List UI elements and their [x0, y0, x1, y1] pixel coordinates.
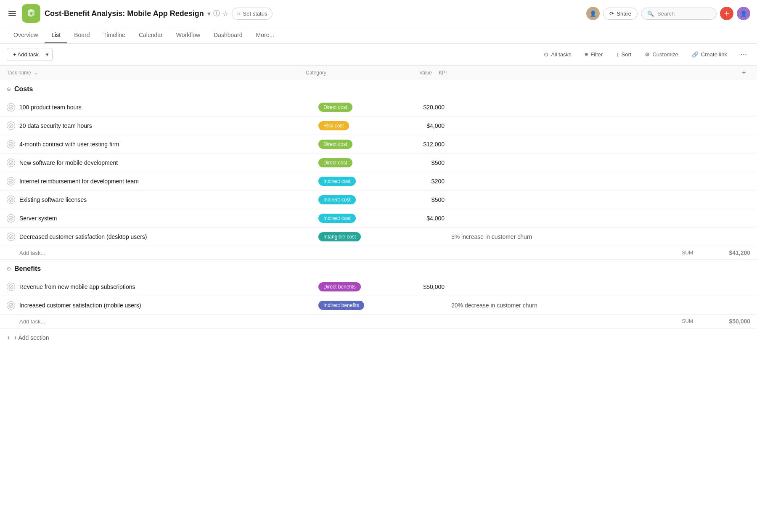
- task-name: 4-month contract with user testing firm: [19, 141, 318, 148]
- task-checkbox[interactable]: [7, 177, 15, 185]
- task-kpi: 20% decrease in customer churn: [445, 302, 750, 309]
- main-content: ⊖ Costs 100 product team hours Direct co…: [0, 80, 757, 328]
- add-task-inline-label: Add task...: [19, 250, 45, 256]
- top-bar: Cost-Benefit Analysis: Mobile App Redesi…: [0, 0, 757, 27]
- set-status-button[interactable]: ○ Set status: [232, 8, 273, 20]
- app-icon: [22, 4, 40, 23]
- task-category: Indirect cost: [318, 214, 394, 223]
- task-name: Server system: [19, 215, 318, 222]
- toolbar: + Add task ▾ ⊙ All tasks ≡ Filter ↕ Sort…: [0, 44, 757, 66]
- nav-tab-dashboard[interactable]: Dashboard: [207, 27, 249, 43]
- category-badge: Direct cost: [318, 140, 352, 149]
- avatar-user2: 👤: [737, 7, 750, 20]
- task-checkbox[interactable]: [7, 140, 15, 148]
- create-link-button[interactable]: 🔗 Create link: [688, 49, 731, 60]
- task-row: Decreased customer satisfaction (desktop…: [0, 228, 757, 246]
- nav-tab-workflow[interactable]: Workflow: [169, 27, 207, 43]
- section-benefits[interactable]: ⊖ Benefits: [0, 260, 757, 278]
- more-options-button[interactable]: ···: [737, 48, 750, 61]
- task-name: Decreased customer satisfaction (desktop…: [19, 233, 318, 240]
- star-icon[interactable]: ☆: [222, 10, 228, 18]
- add-column-button[interactable]: +: [738, 69, 750, 77]
- task-checkbox[interactable]: [7, 103, 15, 111]
- task-row: Existing software licenses Indirect cost…: [0, 191, 757, 209]
- task-category: Intangible cost: [318, 232, 394, 241]
- col-header-category: Category: [306, 70, 381, 76]
- customize-button[interactable]: ⚙ Customize: [641, 49, 681, 60]
- task-row: Revenue from new mobile app subscription…: [0, 278, 757, 296]
- sort-button[interactable]: ↕ Sort: [613, 49, 635, 60]
- task-name: Existing software licenses: [19, 196, 318, 203]
- task-checkbox[interactable]: [7, 301, 15, 310]
- info-icon[interactable]: ⓘ: [213, 9, 220, 18]
- task-row: 4-month contract with user testing firm …: [0, 135, 757, 154]
- task-row: New software for mobile development Dire…: [0, 154, 757, 172]
- avatar-user1: 👤: [586, 7, 600, 20]
- add-task-inline[interactable]: Add task... SUM $50,000: [0, 315, 757, 328]
- title-area: Cost-Benefit Analysis: Mobile App Redesi…: [45, 8, 582, 20]
- category-badge: Indirect cost: [318, 195, 356, 204]
- task-value: $12,000: [394, 141, 445, 148]
- add-section-icon: +: [7, 334, 10, 341]
- task-kpi: 5% increase in customer churn: [445, 233, 750, 240]
- task-checkbox[interactable]: [7, 214, 15, 222]
- task-value: $500: [394, 159, 445, 166]
- task-row: 100 product team hours Direct cost $20,0…: [0, 98, 757, 116]
- chevron-down-icon[interactable]: ▾: [207, 10, 211, 18]
- add-task-inline[interactable]: Add task... SUM $41,200: [0, 246, 757, 259]
- category-badge: Indirect benefits: [318, 301, 364, 310]
- nav-tab-board[interactable]: Board: [67, 27, 96, 43]
- col-header-kpi: KPI: [432, 70, 738, 76]
- filter-icon: ≡: [585, 51, 588, 58]
- add-new-button[interactable]: +: [720, 7, 733, 20]
- circle-icon: ○: [237, 11, 241, 17]
- table-header: Task name ⌄ Category Value KPI +: [0, 66, 757, 80]
- col-header-value: Value: [381, 70, 432, 76]
- category-badge: Direct cost: [318, 158, 352, 167]
- filter-button[interactable]: ≡ Filter: [582, 49, 606, 60]
- link-icon: 🔗: [692, 51, 699, 58]
- task-category: Indirect cost: [318, 195, 394, 204]
- svg-point-0: [30, 12, 32, 15]
- add-task-button[interactable]: + Add task: [7, 48, 45, 61]
- nav-tab-calendar[interactable]: Calendar: [132, 27, 169, 43]
- task-checkbox[interactable]: [7, 122, 15, 130]
- search-box[interactable]: 🔍 Search: [641, 8, 717, 20]
- section-title-costs: Costs: [14, 85, 33, 93]
- add-section-button[interactable]: + + Add section: [0, 328, 757, 347]
- task-name: Internet reimbursement for development t…: [19, 178, 318, 185]
- sum-value: $50,000: [700, 318, 750, 325]
- nav-tab-list[interactable]: List: [45, 27, 67, 43]
- task-category: Indirect cost: [318, 177, 394, 186]
- all-tasks-filter[interactable]: ⊙ All tasks: [540, 49, 574, 60]
- category-badge: Indirect cost: [318, 214, 356, 223]
- task-checkbox[interactable]: [7, 233, 15, 241]
- sum-label: SUM: [682, 318, 693, 324]
- nav-tab-more[interactable]: More...: [249, 27, 281, 43]
- top-right-area: 👤 ⟳ Share 🔍 Search + 👤: [586, 7, 750, 20]
- col-header-task: Task name ⌄: [7, 70, 306, 76]
- category-badge: Direct cost: [318, 103, 352, 112]
- nav-tab-overview[interactable]: Overview: [7, 27, 45, 43]
- task-row: Server system Indirect cost $4,000: [0, 209, 757, 228]
- task-checkbox[interactable]: [7, 283, 15, 291]
- task-checkbox[interactable]: [7, 159, 15, 167]
- section-title-benefits: Benefits: [14, 265, 41, 273]
- share-icon: ⟳: [609, 11, 614, 17]
- task-value: $4,000: [394, 122, 445, 129]
- add-task-dropdown[interactable]: ▾: [42, 48, 53, 61]
- filter-circle-icon: ⊙: [544, 51, 548, 58]
- hamburger-menu[interactable]: [7, 9, 18, 18]
- col-sort-icon[interactable]: ⌄: [34, 70, 38, 76]
- task-checkbox[interactable]: [7, 196, 15, 204]
- section-costs[interactable]: ⊖ Costs: [0, 80, 757, 98]
- task-row: Internet reimbursement for development t…: [0, 172, 757, 191]
- nav-tab-timeline[interactable]: Timeline: [97, 27, 132, 43]
- task-category: Direct cost: [318, 103, 394, 112]
- collapse-icon: ⊖: [7, 266, 11, 272]
- task-value: $20,000: [394, 104, 445, 111]
- share-button[interactable]: ⟳ Share: [603, 8, 638, 20]
- sum-value: $41,200: [700, 249, 750, 256]
- task-row: 20 data security team hours Risk cost $4…: [0, 116, 757, 135]
- search-icon: 🔍: [647, 11, 654, 17]
